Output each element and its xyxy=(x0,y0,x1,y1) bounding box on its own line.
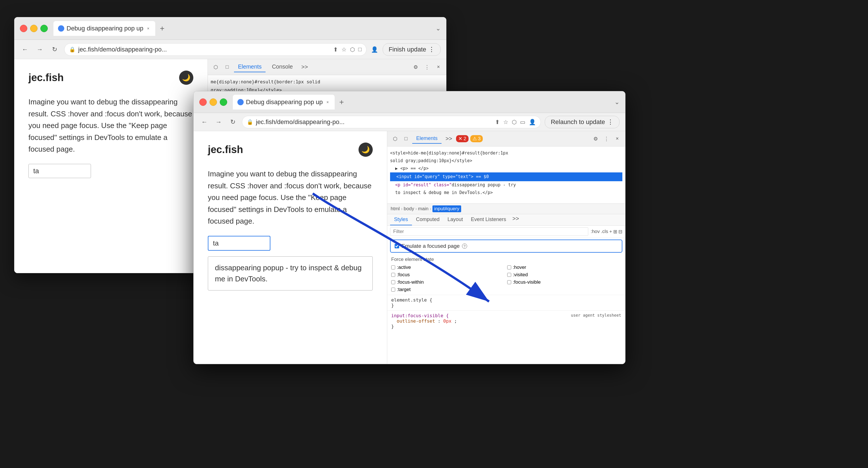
tab-label-2: Debug disappearing pop up xyxy=(246,98,323,106)
extension-icon-2[interactable]: □ xyxy=(358,46,362,53)
dt-settings-icon-1[interactable]: ⚙ xyxy=(411,63,420,72)
share-icon-2[interactable]: ⬆ xyxy=(495,119,500,125)
reload-button-2[interactable]: ↻ xyxy=(228,117,238,127)
lock-icon-2: 🔒 xyxy=(247,119,253,125)
emulate-help-icon[interactable]: ? xyxy=(462,243,467,248)
bw2-page-content: jec.fish 🌙 Imagine you want to debug the… xyxy=(194,131,387,364)
bw2-fes-target: :target xyxy=(391,287,505,292)
close-button-2[interactable] xyxy=(199,98,207,106)
new-tab-button-1[interactable]: + xyxy=(157,23,166,34)
dt-close-icon-2[interactable]: × xyxy=(613,134,622,143)
dt-device-icon-2[interactable]: □ xyxy=(401,134,410,143)
back-button-1[interactable]: ← xyxy=(20,45,30,55)
relaunch-to-update-button[interactable]: Relaunch to update ⋮ xyxy=(545,116,620,128)
dark-mode-toggle-1[interactable]: 🌙 xyxy=(179,70,193,85)
star-icon-1[interactable]: ☆ xyxy=(341,46,347,53)
dt-more-tabs-1[interactable]: >> xyxy=(299,63,310,71)
minimize-button-1[interactable] xyxy=(30,25,37,32)
moon-icon-1: 🌙 xyxy=(182,74,190,82)
dt-tab-elements-2[interactable]: Elements xyxy=(412,134,441,144)
dt-tab-console-1[interactable]: Console xyxy=(268,62,297,72)
toolbar-2: ← → ↻ 🔒 jec.fish/demo/disappearing-po...… xyxy=(194,113,625,131)
tab-2[interactable]: Debug disappearing pop up × xyxy=(233,95,335,110)
back-button-2[interactable]: ← xyxy=(199,117,210,127)
demo-search-input-2[interactable] xyxy=(208,236,270,251)
emulate-focused-checkbox[interactable] xyxy=(395,244,399,248)
dt-subtab-events-2[interactable]: Event Listeners xyxy=(467,214,510,225)
dt-options-icon-1[interactable]: ⋮ xyxy=(423,63,432,72)
dt-cursor-icon-2[interactable]: ⬡ xyxy=(391,134,400,143)
tab-bar-1: Debug disappearing pop up × + xyxy=(54,21,432,36)
dt-tag-icon-3[interactable]: ⊟ xyxy=(618,229,622,235)
bw2-fes-hover-cb[interactable] xyxy=(507,265,511,269)
address-bar-1[interactable]: 🔒 jec.fish/demo/disappearing-po... ⬆ ☆ ⬡… xyxy=(64,43,367,56)
forward-button-2[interactable]: → xyxy=(214,117,224,127)
tab-close-1[interactable]: × xyxy=(146,26,151,31)
tab-close-2[interactable]: × xyxy=(325,99,330,105)
new-tab-button-2[interactable]: + xyxy=(337,96,346,108)
minimize-button-2[interactable] xyxy=(210,98,217,106)
bc-input-2[interactable]: input#query xyxy=(432,205,461,212)
lock-icon-1: 🔒 xyxy=(69,47,75,53)
device-icon-2[interactable]: ▭ xyxy=(520,119,525,125)
bw2-fes-visited-cb[interactable] xyxy=(507,273,511,277)
dt-options-icon-2[interactable]: ⋮ xyxy=(602,134,611,143)
bw2-fes-target-cb[interactable] xyxy=(391,288,395,292)
toolbar-1: ← → ↻ 🔒 jec.fish/demo/disappearing-po...… xyxy=(14,40,446,59)
traffic-lights-2 xyxy=(199,98,227,106)
demo-search-input-1[interactable] xyxy=(28,164,91,178)
bw2-fes-visited-label: :visited xyxy=(513,272,528,278)
maximize-button-1[interactable] xyxy=(40,25,48,32)
dt-settings-icon-2[interactable]: ⚙ xyxy=(591,134,600,143)
share-icon-1[interactable]: ⬆ xyxy=(333,46,338,53)
page-text-1: Imagine you want to debug the dissappear… xyxy=(28,96,193,155)
address-bar-2[interactable]: 🔒 jec.fish/demo/disappearing-po... ⬆ ☆ ⬡… xyxy=(242,116,541,128)
bw2-fes-target-label: :target xyxy=(397,287,410,292)
bc-body-2[interactable]: body xyxy=(404,206,414,212)
bw2-fes-active-cb[interactable] xyxy=(391,265,395,269)
maximize-button-2[interactable] xyxy=(220,98,227,106)
dt-device-icon-1[interactable]: □ xyxy=(223,63,232,72)
dt-subtab-computed-2[interactable]: Computed xyxy=(412,214,443,225)
tab-label-1: Debug disappearing pop up xyxy=(66,25,143,32)
expand-icon-2[interactable]: ⌄ xyxy=(614,98,620,106)
bw2-fes-grid: :active :hover :focus :visited xyxy=(391,265,621,292)
reload-button-1[interactable]: ↻ xyxy=(50,45,60,55)
error-count: 2 xyxy=(463,136,466,142)
dt-subtab-styles-2[interactable]: Styles xyxy=(390,214,412,225)
dt-subtab-more-2[interactable]: >> xyxy=(510,214,521,225)
dt-hov-tag-2[interactable]: :hov xyxy=(590,229,599,235)
dt-add-tag-2[interactable]: + xyxy=(609,229,612,235)
dark-mode-toggle-2[interactable]: 🌙 xyxy=(359,143,373,157)
address-icons-1: ⬆ ☆ ⬡ □ xyxy=(333,46,362,53)
tab-1[interactable]: Debug disappearing pop up × xyxy=(54,21,155,36)
dt-tab-elements-1[interactable]: Elements xyxy=(234,62,266,72)
close-button-1[interactable] xyxy=(20,25,27,32)
extension-icon-3[interactable]: ⬡ xyxy=(512,119,517,125)
profile-icon-1[interactable]: 👤 xyxy=(371,46,378,53)
extension-icon-1[interactable]: ⬡ xyxy=(350,46,355,53)
bc-html-2[interactable]: html xyxy=(391,206,400,212)
bc-main-2[interactable]: main xyxy=(418,206,429,212)
titlebar-1: Debug disappearing pop up × + ⌄ xyxy=(14,17,446,40)
dt-more-tabs-2[interactable]: >> xyxy=(443,134,454,143)
bw2-fes-focuswithin-cb[interactable] xyxy=(391,280,395,284)
update-more-icon: ⋮ xyxy=(429,46,435,53)
star-icon-2[interactable]: ☆ xyxy=(503,119,508,125)
address-text-2: jec.fish/demo/disappearing-po... xyxy=(256,118,492,126)
dt-cursor-icon-1[interactable]: ⬡ xyxy=(211,63,220,72)
profile-icon-2[interactable]: 👤 xyxy=(529,119,536,125)
bw2-fes-focus-cb[interactable] xyxy=(391,273,395,277)
forward-button-1[interactable]: → xyxy=(35,45,45,55)
expand-icon-1[interactable]: ⌄ xyxy=(436,25,441,32)
dt-toolbar-2: ⬡ □ Elements >> ✕ 2 ⚠ 3 ⚙ ⋮ × xyxy=(387,131,625,147)
bw2-fes-focusvisible-cb[interactable] xyxy=(507,280,511,284)
dt-filter-input-2[interactable] xyxy=(390,227,588,236)
finish-update-button[interactable]: Finish update ⋮ xyxy=(383,43,441,56)
error-icon: ✕ xyxy=(458,136,462,142)
dt-toolbar-1: ⬡ □ Elements Console >> ⚙ ⋮ × xyxy=(208,59,446,75)
dt-cls-tag-2[interactable]: .cls xyxy=(601,229,609,235)
dt-tag-icon-2[interactable]: ⊞ xyxy=(613,229,617,235)
dt-subtab-layout-2[interactable]: Layout xyxy=(443,214,467,225)
dt-close-icon-1[interactable]: × xyxy=(434,63,443,72)
